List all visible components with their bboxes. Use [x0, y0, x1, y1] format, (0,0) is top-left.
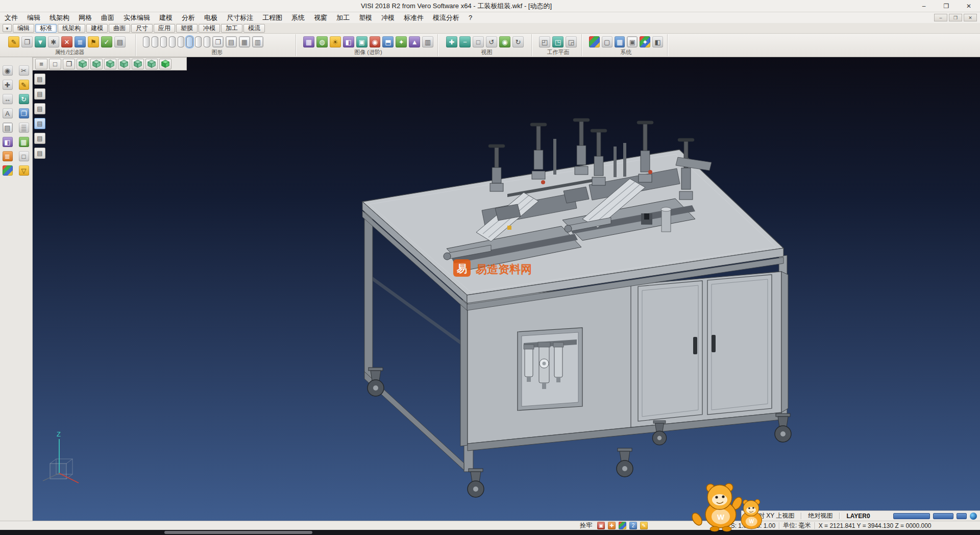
draft-page-icon[interactable]	[212, 36, 224, 47]
active-layer-chip[interactable]: LAYER0	[846, 513, 870, 520]
view-cube-back-icon[interactable]	[118, 59, 130, 69]
pencil-icon[interactable]	[19, 80, 29, 90]
save-icon[interactable]	[19, 165, 29, 176]
display-shaded-edges-icon[interactable]	[169, 36, 176, 47]
mdi-restore-button[interactable]: ❐	[949, 14, 962, 21]
scrollbar-thumb[interactable]	[164, 531, 312, 534]
plane-clipboard-6-icon[interactable]	[34, 148, 45, 159]
mdi-close-button[interactable]: ✕	[964, 14, 977, 21]
menu-mesh[interactable]: 网格	[74, 13, 96, 22]
tab-dimension[interactable]: 尺寸	[131, 24, 153, 33]
zoom-window-icon[interactable]	[473, 36, 484, 47]
tab-dropdown-button[interactable]	[3, 24, 12, 32]
attr-copy-icon[interactable]	[21, 36, 33, 47]
palette-icon[interactable]	[619, 522, 626, 529]
image-render-icon[interactable]	[370, 36, 381, 47]
plane-clipboard-2-icon[interactable]	[34, 88, 45, 100]
tab-edit[interactable]: 编辑	[13, 24, 34, 33]
attr-flag-icon[interactable]	[88, 36, 99, 47]
attr-pen-icon[interactable]	[8, 36, 19, 47]
display-hidden-line-icon[interactable]	[152, 36, 158, 47]
menu-machining[interactable]: 加工	[332, 13, 354, 22]
menu-window[interactable]: 视窗	[309, 13, 332, 22]
menu-solid-edit[interactable]: 实体编辑	[119, 13, 155, 22]
window-multi-icon[interactable]	[63, 59, 75, 69]
sheet-icon[interactable]	[3, 123, 13, 133]
workplane-xy-icon[interactable]	[539, 36, 550, 47]
display-normals-icon[interactable]	[204, 36, 210, 47]
image-halfshade-icon[interactable]	[343, 36, 354, 47]
image-light-icon[interactable]	[330, 36, 341, 47]
layer2-icon[interactable]	[629, 522, 637, 529]
view-cube-top-icon[interactable]	[90, 59, 103, 69]
tab-molding[interactable]: 塑膜	[176, 24, 198, 33]
close-button[interactable]: ✕	[958, 0, 980, 12]
mascot-small[interactable]: W	[741, 499, 762, 529]
view-center-icon[interactable]	[499, 36, 510, 47]
view-refresh-icon[interactable]	[512, 36, 524, 47]
mascot-large[interactable]: W	[690, 483, 744, 531]
attr-rows-icon[interactable]	[114, 36, 126, 47]
erase-icon[interactable]	[19, 151, 29, 161]
image-rotate-icon[interactable]	[409, 36, 420, 47]
cut-icon[interactable]	[19, 65, 29, 76]
attr-layers-icon[interactable]	[75, 36, 86, 47]
image-texture-icon[interactable]	[316, 36, 328, 47]
minimize-button[interactable]: –	[913, 0, 935, 12]
rotate-icon[interactable]	[19, 94, 29, 104]
system-display-icon[interactable]	[627, 36, 638, 47]
workplane-view-icon[interactable]	[566, 36, 577, 47]
view-previous-icon[interactable]	[486, 36, 497, 47]
attr-filter-icon[interactable]	[35, 36, 46, 47]
view-cube-shaded-icon[interactable]	[159, 59, 172, 69]
plane-clipboard-5-icon[interactable]	[34, 133, 45, 144]
menu-die[interactable]: 冲模	[377, 13, 399, 22]
menu-file[interactable]: 文件	[0, 13, 22, 22]
view-cube-front-icon[interactable]	[104, 59, 116, 69]
snap-point-icon[interactable]	[3, 80, 13, 90]
system-monitor-icon[interactable]	[602, 36, 612, 47]
attr-delete-icon[interactable]	[61, 36, 72, 47]
zoom-in-icon[interactable]	[446, 36, 457, 47]
plane-clipboard-1-icon[interactable]	[34, 74, 45, 85]
palette-icon[interactable]	[3, 165, 13, 176]
tab-modeling[interactable]: 建模	[86, 24, 108, 33]
text-icon[interactable]	[3, 108, 13, 118]
menu-help[interactable]: ?	[464, 14, 477, 21]
view-cube-right-icon[interactable]	[145, 59, 158, 69]
snap-grid-icon[interactable]	[597, 522, 605, 529]
window-single-icon[interactable]	[49, 59, 61, 69]
plane-clipboard-3-icon[interactable]	[34, 103, 45, 114]
image-spark-icon[interactable]	[396, 36, 407, 47]
display-points-icon[interactable]	[195, 36, 202, 47]
layers-icon[interactable]	[3, 151, 13, 161]
zoom-out-icon[interactable]	[459, 36, 471, 47]
view-cube-iso-icon[interactable]	[77, 59, 89, 69]
system-colors-icon[interactable]	[589, 36, 600, 47]
view-cube-left-icon[interactable]	[132, 59, 144, 69]
mirror-icon[interactable]	[3, 137, 13, 147]
brush-icon[interactable]	[640, 522, 648, 529]
display-shaded-icon[interactable]	[160, 36, 167, 47]
tab-flow[interactable]: 模流	[243, 24, 265, 33]
tab-surface[interactable]: 曲面	[109, 24, 130, 33]
image-shadow-icon[interactable]	[382, 36, 394, 47]
menu-wireframe[interactable]: 线架构	[45, 13, 74, 22]
attr-check-icon[interactable]	[101, 36, 112, 47]
menu-system[interactable]: 系统	[287, 13, 309, 22]
attr-star-icon[interactable]	[48, 36, 59, 47]
draft-grid-icon[interactable]	[239, 36, 250, 47]
grid-icon[interactable]	[19, 137, 29, 147]
tab-application[interactable]: 应用	[154, 24, 175, 33]
system-palette-icon[interactable]	[640, 36, 650, 47]
image-lines-icon[interactable]	[422, 36, 433, 47]
menu-mold[interactable]: 塑模	[354, 13, 377, 22]
tab-wireframe[interactable]: 线架构	[58, 24, 85, 33]
shade-icon[interactable]	[19, 123, 29, 133]
menu-standard-parts[interactable]: 标准件	[399, 13, 428, 22]
menu-analysis[interactable]: 分析	[177, 13, 200, 22]
menu-dimension[interactable]: 尺寸标注	[222, 13, 258, 22]
tab-machining[interactable]: 加工	[221, 24, 242, 33]
menu-edit[interactable]: 编辑	[22, 13, 45, 22]
image-grid-icon[interactable]	[303, 36, 314, 47]
